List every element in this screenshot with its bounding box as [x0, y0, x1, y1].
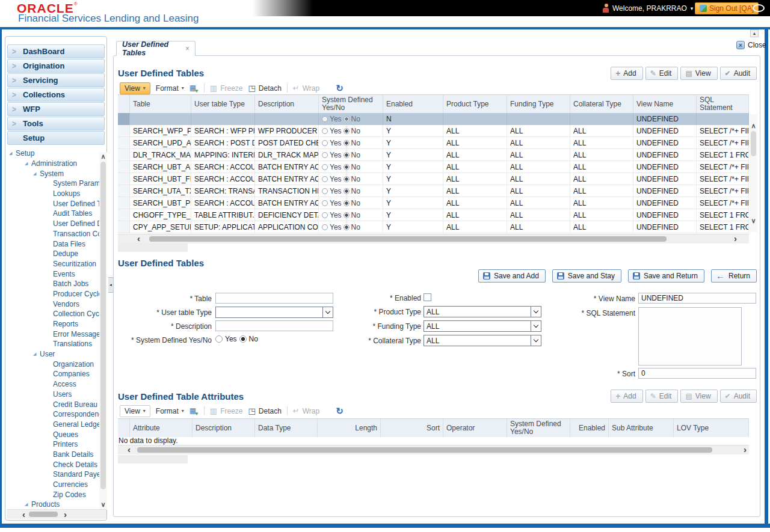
scroll-right-icon[interactable]: ›: [734, 234, 737, 243]
return-button[interactable]: ←Return: [711, 269, 757, 283]
toolbar-wrap-button[interactable]: ↵Wrap: [293, 84, 319, 93]
table-row[interactable]: SEARCH_UTA_TXN SEARCH: TRANSA... TRANSAC…: [118, 185, 749, 197]
tree-node[interactable]: Vendors: [6, 299, 99, 309]
tree-node[interactable]: Organization: [6, 359, 99, 369]
column-header[interactable]: Enabled: [570, 419, 609, 437]
table-row[interactable]: CPY_APP_SETUP SETUP: APPLICAT... APPLICA…: [118, 221, 749, 233]
column-header[interactable]: Description: [255, 95, 319, 113]
radio-no[interactable]: [343, 224, 350, 230]
tree-expand-icon[interactable]: ◢: [25, 161, 31, 166]
table-row[interactable]: DLR_TRACK_MAP... MAPPING: INTERF... DLR_…: [118, 149, 749, 161]
tree-node[interactable]: User Defined Defaults: [6, 219, 99, 229]
radio-yes[interactable]: [322, 128, 328, 134]
tree-node[interactable]: Collection Cycles: [6, 309, 99, 319]
row-selector[interactable]: [118, 185, 130, 197]
tables-scroll-thumb[interactable]: [751, 131, 756, 156]
dropdown-chevron-icon[interactable]: [531, 321, 541, 331]
radio-no[interactable]: [343, 176, 350, 182]
toolbar-freeze-button[interactable]: ▥Freeze: [210, 84, 243, 93]
tree-node[interactable]: Producer Cycles: [6, 289, 99, 299]
collateral-type-select[interactable]: ALL: [424, 335, 541, 346]
tree-expand-icon[interactable]: ◢: [33, 352, 40, 356]
column-header[interactable]: Product Type: [443, 95, 507, 113]
tree-expand-icon[interactable]: ◢: [25, 502, 31, 507]
tree-node[interactable]: Queues: [6, 429, 99, 439]
radio-yes[interactable]: [322, 176, 328, 182]
export-to-excel-icon[interactable]: ▦▼: [189, 84, 199, 93]
column-header[interactable]: Attribute: [130, 419, 192, 437]
radio-no[interactable]: [343, 212, 350, 218]
row-selector[interactable]: [118, 209, 130, 221]
sidebar-menu-item[interactable]: > DashBoard: [7, 44, 105, 58]
column-header[interactable]: SQL Statement: [697, 95, 749, 113]
radio-yes[interactable]: [322, 212, 328, 218]
description-field-input[interactable]: [215, 320, 333, 331]
tables-vertical-scrollbar[interactable]: ∧ ∨: [750, 114, 757, 232]
toolbar-wrap-button[interactable]: ↵Wrap: [293, 406, 319, 415]
tree-node[interactable]: Credit Bureau: [6, 399, 99, 409]
tree-node[interactable]: General Ledger: [6, 420, 99, 430]
tree-node[interactable]: Events: [6, 269, 99, 279]
tree-node[interactable]: Zip Codes: [6, 489, 99, 500]
radio-no[interactable]: [343, 164, 350, 170]
tab-close-icon[interactable]: ×: [185, 44, 189, 53]
column-header[interactable]: Table: [130, 95, 191, 113]
tab-user-defined-tables[interactable]: User Defined Tables ×: [116, 41, 196, 56]
tree-node[interactable]: Access: [6, 379, 99, 390]
column-header[interactable]: Sort: [381, 419, 443, 437]
tree-node[interactable]: ◢ Setup: [6, 148, 99, 159]
radio-yes[interactable]: [322, 116, 328, 122]
tree-node[interactable]: Correspondence: [6, 409, 99, 420]
column-header[interactable]: Length: [318, 419, 381, 437]
user-table-type-select[interactable]: [215, 307, 333, 318]
scroll-left-icon[interactable]: ‹: [128, 445, 131, 454]
dropdown-chevron-icon[interactable]: [531, 307, 541, 317]
toolbar-view-menu[interactable]: View▾: [120, 82, 150, 94]
tree-node[interactable]: Reports: [6, 319, 99, 329]
tree-expand-icon[interactable]: ◢: [33, 171, 40, 176]
scroll-left-icon[interactable]: ‹: [22, 510, 25, 519]
close-control[interactable]: × Close: [736, 41, 766, 49]
toolbar-refresh-button[interactable]: ↻: [336, 406, 343, 417]
radio-no[interactable]: [343, 200, 350, 206]
session-indicator-icon[interactable]: [753, 4, 765, 12]
tree-scroll-thumb[interactable]: [100, 162, 106, 489]
toolbar-freeze-button[interactable]: ▥Freeze: [210, 406, 243, 415]
table-row[interactable]: SEARCH_UBT_FEE... SEARCH : ACCOU... BATC…: [118, 173, 749, 185]
view-button[interactable]: ▤View: [680, 67, 717, 80]
audit-button[interactable]: ✔Audit: [720, 67, 757, 80]
tables-horizontal-scrollbar[interactable]: ‹ ›: [118, 234, 749, 243]
save-and-stay-button[interactable]: Save and Stay: [552, 269, 621, 283]
tree-node[interactable]: Standard Payees: [6, 469, 99, 480]
sql-statement-textarea[interactable]: [638, 307, 742, 365]
column-header[interactable]: User table Type: [191, 95, 255, 113]
radio-yes[interactable]: [215, 335, 223, 343]
sidebar-menu-item[interactable]: Setup: [7, 131, 105, 145]
welcome-menu[interactable]: Welcome, PRAKRRAO ▾: [612, 4, 693, 13]
radio-no[interactable]: [239, 335, 247, 343]
tree-node[interactable]: Batch Jobs: [6, 279, 99, 289]
radio-no[interactable]: [343, 152, 350, 158]
tree-hscroll-thumb[interactable]: [29, 512, 58, 517]
scroll-up-icon[interactable]: ∧: [99, 153, 107, 159]
tree-node[interactable]: Securitization: [6, 259, 99, 269]
tree-node[interactable]: Check Details: [6, 459, 99, 469]
scroll-left-icon[interactable]: ‹: [137, 234, 140, 243]
tree-node[interactable]: Currencies: [6, 480, 99, 490]
toolbar-format-menu[interactable]: Format▾: [156, 84, 184, 93]
radio-yes[interactable]: [322, 140, 328, 146]
sort-field-input[interactable]: 0: [638, 368, 756, 379]
column-header[interactable]: LOV Type: [674, 419, 749, 437]
tree-node[interactable]: Lookups: [6, 189, 99, 199]
table-row[interactable]: SEARCH_UBT_AD... SEARCH : ACCOU... BATCH…: [118, 161, 749, 173]
sidebar-menu-item[interactable]: > Origination: [7, 59, 105, 73]
row-selector[interactable]: [118, 137, 130, 148]
column-header[interactable]: Description: [192, 419, 255, 437]
radio-no[interactable]: [343, 188, 350, 194]
tables-hscroll-thumb[interactable]: [149, 236, 667, 242]
column-header[interactable]: System Defined Yes/No: [319, 95, 383, 113]
row-selector[interactable]: [118, 173, 130, 185]
column-header[interactable]: Enabled: [383, 95, 443, 113]
view-name-input[interactable]: UNDEFINED: [638, 293, 756, 304]
radio-no[interactable]: [343, 140, 350, 146]
